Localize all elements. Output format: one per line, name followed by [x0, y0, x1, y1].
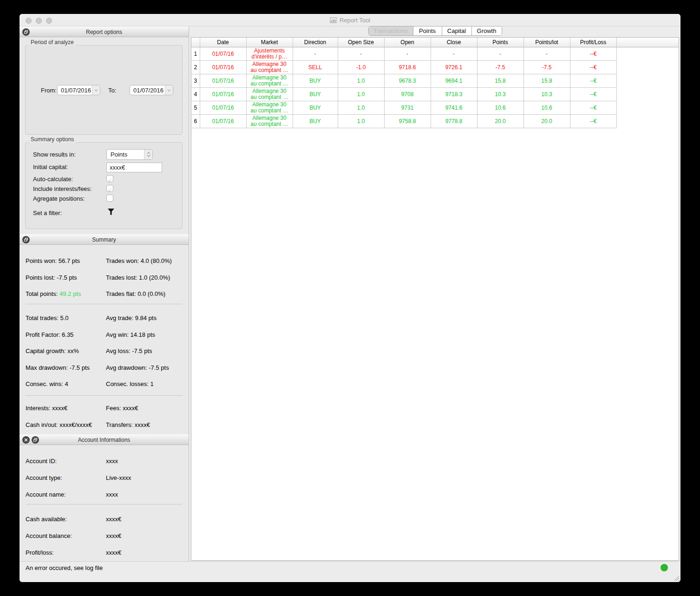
divider [26, 504, 183, 504]
main-area: Transactions Points Capital Growth Date … [190, 26, 680, 561]
total-points-value: 49.2 pts [59, 290, 81, 297]
col-header-profit-loss[interactable]: Profit/Loss [570, 38, 616, 47]
from-label: From: [41, 87, 57, 94]
tab-growth[interactable]: Growth [472, 26, 502, 35]
col-header-open-size[interactable]: Open Size [338, 38, 384, 47]
from-date-value: 01/07/2016 [58, 85, 92, 95]
summary-stat-row: Interests: xxxx€ Fees: xxxx€ [26, 405, 185, 412]
header-filler [616, 38, 679, 47]
col-header-market[interactable]: Market [246, 38, 293, 47]
report-options-title: Report options [86, 29, 122, 35]
summary-stat-row: Cash in/out: xxxx€/xxxx€ Transfers: xxxx… [26, 421, 185, 429]
titlebar: Report Tool [20, 14, 680, 26]
left-panel: Report options Period of analyze From: 0… [20, 26, 189, 561]
initial-capital-label: Initial capital: [33, 164, 68, 170]
close-panel-icon[interactable] [22, 436, 30, 444]
float-panel-icon[interactable] [22, 28, 30, 36]
window-title-group: Report Tool [20, 14, 680, 26]
to-date-value: 01/07/2016 [130, 85, 165, 95]
tabbar: Transactions Points Capital Growth [190, 26, 680, 37]
summary-stat-row: Max drawdown: -7.5 pts Avg drawdown: -7.… [26, 364, 185, 372]
account-row: Account type:Live-xxxx [26, 474, 185, 482]
initial-capital-input[interactable] [106, 163, 162, 172]
auto-calculate-label: Auto-calculate: [33, 176, 73, 183]
summary-stat-row: Profit Factor: 6.35 Avg win: 14.18 pts [26, 331, 185, 339]
show-results-value: Points [107, 150, 144, 159]
show-results-label: Show results in: [33, 151, 76, 158]
account-row: Account ID:xxxx [26, 458, 185, 465]
include-fees-row: Include interests/fees: [26, 185, 182, 193]
table-row[interactable]: 2 01/07/16 Allemagne 30au comptant … SEL… [191, 60, 679, 74]
to-label: To: [108, 87, 116, 94]
divider [26, 395, 183, 396]
divider [26, 304, 183, 304]
summary-options-group-label: Summary options [29, 136, 76, 143]
table-row[interactable]: 4 01/07/16 Allemagne 30au comptant … BUY… [191, 87, 679, 101]
filter-icon[interactable] [107, 208, 115, 216]
table-row[interactable]: 3 01/07/16 Allemagne 30au comptant … BUY… [191, 74, 679, 87]
window-title: Report Tool [340, 17, 370, 24]
initial-capital-row: Initial capital: [26, 163, 182, 171]
account-informations-header: Account Informations [20, 434, 189, 445]
table-row[interactable]: 5 01/07/16 Allemagne 30au comptant … BUY… [191, 101, 679, 114]
summary-stat-row: Total trades: 5.0 Avg trade: 9.84 pts [26, 314, 185, 322]
summary-stat-row: Points lost: -7.5 pts Trades lost: 1.0 (… [26, 274, 185, 282]
from-date-combo[interactable]: 01/07/2016 [57, 85, 100, 95]
summary-options-group-box: Show results in: Points Initial capital: [25, 142, 183, 229]
tab-capital[interactable]: Capital [442, 26, 472, 35]
agregate-positions-row: Agregate positions: [26, 195, 182, 203]
bar-chart-icon [330, 17, 337, 23]
summary-stat-row: Total points: 49.2 pts Trades flat: 0.0 … [26, 290, 185, 298]
account-row: Account balance:xxxx€ [26, 532, 185, 540]
col-header-open[interactable]: Open [384, 38, 431, 47]
status-message: An error occured, see log file [26, 564, 103, 571]
table-header-row: Date Market Direction Open Size Open Clo… [191, 38, 679, 47]
view-tabs: Transactions Points Capital Growth [368, 26, 502, 36]
col-header-date[interactable]: Date [200, 38, 246, 47]
auto-calculate-row: Auto-calculate: [26, 175, 182, 183]
agregate-positions-checkbox[interactable] [106, 195, 113, 202]
include-fees-label: Include interests/fees: [33, 185, 92, 192]
account-row: Cash available:xxxx€ [26, 516, 185, 523]
chevron-down-icon [165, 85, 173, 95]
to-date-combo[interactable]: 01/07/2016 [130, 85, 173, 95]
tab-points[interactable]: Points [413, 26, 442, 35]
tab-transactions[interactable]: Transactions [369, 26, 413, 35]
connection-status-icon [661, 564, 668, 571]
chevron-down-icon [92, 85, 100, 95]
table-row[interactable]: 6 01/07/16 Allemagne 30au comptant … BUY… [191, 114, 679, 128]
select-arrows-icon [144, 150, 152, 159]
account-row: Profit/loss:xxxx€ [26, 549, 185, 557]
col-header-close[interactable]: Close [431, 38, 477, 47]
period-group-box: From: 01/07/2016 To: 01/07/2016 [25, 45, 183, 135]
float-panel-icon[interactable] [22, 236, 30, 243]
statusbar: An error occured, see log file [20, 561, 680, 582]
set-filter-label: Set a filter: [33, 210, 62, 216]
row-number-header [191, 38, 200, 47]
summary-title: Summary [92, 236, 116, 243]
transactions-table: Date Market Direction Open Size Open Clo… [191, 37, 679, 561]
period-group-label: Period of analyze [29, 39, 76, 46]
summary-stat-row: Consec. wins: 4 Consec. losses: 1 [26, 380, 185, 388]
col-header-points-lot[interactable]: Points/lot [523, 38, 570, 47]
account-informations-title: Account Informations [78, 437, 131, 443]
summary-stat-row: Points won: 56.7 pts Trades won: 4.0 (80… [26, 257, 185, 265]
account-row: Account name:xxxx [26, 491, 185, 498]
summary-stat-row: Capital growth: xx% Avg loss: -7.5 pts [26, 347, 185, 355]
set-filter-row: Set a filter: [26, 208, 182, 217]
auto-calculate-checkbox[interactable] [106, 175, 113, 182]
report-tool-window: Report Tool Report options Period of ana… [20, 14, 680, 582]
table-row[interactable]: 1 01/07/16 Ajustementsd'intérêts / p… - … [191, 47, 679, 60]
float-panel-icon[interactable] [32, 436, 39, 444]
resize-grip[interactable] [673, 575, 680, 581]
include-fees-checkbox[interactable] [106, 185, 113, 192]
show-results-select[interactable]: Points [106, 149, 153, 160]
summary-header: Summary [20, 234, 189, 245]
report-options-header: Report options [20, 26, 189, 37]
show-results-row: Show results in: Points [26, 149, 182, 157]
col-header-direction[interactable]: Direction [293, 38, 338, 47]
agregate-positions-label: Agregate positions: [33, 195, 85, 202]
col-header-points[interactable]: Points [477, 38, 523, 47]
